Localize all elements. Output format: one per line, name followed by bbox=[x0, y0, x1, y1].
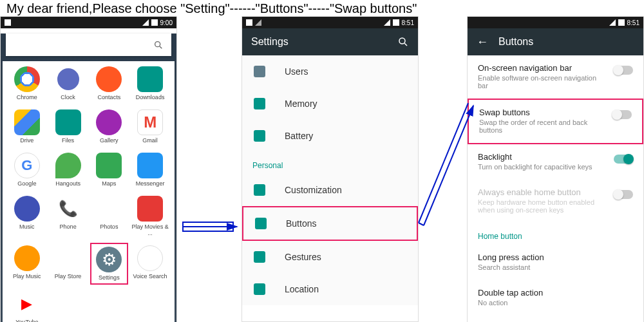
arrow-1 bbox=[180, 216, 245, 242]
settings-item-memory[interactable]: Memory bbox=[242, 88, 418, 120]
app-google[interactable]: Google bbox=[8, 150, 46, 189]
downloads-icon bbox=[137, 66, 163, 92]
svg-line-6 bbox=[424, 106, 473, 225]
app-label: Chrome bbox=[17, 94, 37, 100]
app-label: Play Movies & ... bbox=[131, 223, 169, 236]
play-store-icon bbox=[55, 245, 81, 271]
item-label: Customization bbox=[285, 185, 342, 195]
search-icon[interactable] bbox=[397, 36, 409, 48]
toggle-on-screen-navigation-bar[interactable]: On-screen navigation barEnable software … bbox=[468, 55, 643, 99]
action-sub: Search assistant bbox=[478, 263, 627, 271]
svg-line-8 bbox=[419, 223, 424, 225]
app-play-music[interactable]: Play Music bbox=[8, 243, 46, 285]
settings-item-gestures[interactable]: Gestures bbox=[242, 241, 418, 273]
toggle-switch[interactable] bbox=[612, 110, 632, 119]
toggle-title: On-screen navigation bar bbox=[478, 63, 607, 73]
instruction-text: My dear friend,Please choose "Setting"--… bbox=[6, 1, 417, 16]
item-icon bbox=[254, 216, 268, 231]
app-chrome[interactable]: Chrome bbox=[8, 64, 46, 103]
toggle-sub: Turn on backlight for capacitive keys bbox=[478, 163, 607, 171]
toggle-sub: Enable software on-screen navigation bar bbox=[478, 74, 607, 90]
toggle-swap-buttons[interactable]: Swap buttonsSwap the order of recent and… bbox=[468, 99, 643, 144]
app-youtube[interactable]: YouTube bbox=[8, 289, 46, 322]
app-play-store[interactable]: Play Store bbox=[49, 243, 88, 285]
app-files[interactable]: Files bbox=[49, 107, 88, 146]
wifi-icon bbox=[255, 19, 261, 26]
action-title: Long press action bbox=[478, 252, 627, 262]
toggle-switch bbox=[614, 190, 633, 199]
notification-icon bbox=[5, 19, 11, 26]
app-settings[interactable]: Settings bbox=[90, 243, 129, 285]
search-bar[interactable] bbox=[6, 33, 171, 56]
settings-item-location[interactable]: Location bbox=[242, 273, 418, 305]
settings-item-users[interactable]: Users bbox=[242, 55, 418, 88]
youtube-icon bbox=[14, 291, 40, 317]
toggle-switch[interactable] bbox=[614, 155, 633, 164]
app-voice-search[interactable]: Voice Search bbox=[131, 243, 169, 285]
app-label: Drive bbox=[20, 137, 33, 144]
action-double-tap-action[interactable]: Double tap actionNo action bbox=[468, 280, 643, 316]
app-label: Music bbox=[19, 223, 35, 230]
app-play-movies-[interactable]: Play Movies & ... bbox=[131, 193, 169, 239]
notification-icon bbox=[246, 19, 252, 26]
contacts-icon bbox=[96, 66, 122, 92]
battery-icon bbox=[618, 19, 625, 26]
drive-icon bbox=[14, 109, 40, 135]
app-label: Settings bbox=[99, 274, 120, 281]
toggle-switch[interactable] bbox=[614, 66, 633, 75]
hangouts-icon bbox=[55, 153, 81, 178]
svg-point-2 bbox=[399, 38, 405, 44]
gmail-icon bbox=[137, 109, 163, 135]
app-label: Photos bbox=[100, 223, 118, 230]
app-messenger[interactable]: Messenger bbox=[131, 150, 169, 189]
app-photos[interactable]: Photos bbox=[90, 193, 129, 239]
settings-header: Settings bbox=[242, 28, 418, 55]
app-label: Downloads bbox=[136, 94, 165, 100]
app-gmail[interactable]: Gmail bbox=[131, 107, 169, 146]
item-label: Battery bbox=[285, 131, 313, 141]
app-maps[interactable]: Maps bbox=[90, 150, 129, 189]
toggle-sub: Swap the order of recent and back button… bbox=[479, 118, 606, 134]
settings-list: UsersMemoryBatteryPersonalCustomizationB… bbox=[242, 55, 418, 305]
app-downloads[interactable]: Downloads bbox=[131, 64, 169, 103]
item-icon bbox=[252, 129, 267, 143]
phone-buttons: 8:51 ← Buttons On-screen navigation barE… bbox=[467, 16, 644, 322]
settings-title: Settings bbox=[251, 36, 289, 48]
section-recents-button: Recents button bbox=[468, 316, 643, 322]
settings-item-battery[interactable]: Battery bbox=[242, 120, 418, 152]
search-icon bbox=[153, 40, 164, 50]
phone-appdrawer: 9:00 ChromeClockContactsDownloadsDriveFi… bbox=[0, 16, 177, 322]
item-label: Users bbox=[285, 66, 308, 77]
app-drive[interactable]: Drive bbox=[8, 107, 46, 146]
buttons-title: Buttons bbox=[498, 36, 533, 48]
settings-item-customization[interactable]: Customization bbox=[242, 174, 418, 206]
app-gallery[interactable]: Gallery bbox=[90, 107, 129, 146]
action-long-press-action[interactable]: Long press actionSearch assistant bbox=[468, 245, 643, 280]
battery-icon bbox=[393, 19, 399, 26]
back-icon[interactable]: ← bbox=[477, 35, 488, 49]
signal-icon bbox=[142, 19, 149, 26]
phone-icon bbox=[55, 196, 81, 222]
item-label: Buttons bbox=[286, 218, 316, 229]
app-music[interactable]: Music bbox=[8, 193, 46, 239]
svg-point-0 bbox=[155, 41, 160, 46]
app-phone[interactable]: Phone bbox=[49, 193, 88, 239]
app-clock[interactable]: Clock bbox=[49, 64, 88, 103]
files-icon bbox=[55, 109, 81, 135]
settings-item-buttons[interactable]: Buttons bbox=[242, 206, 418, 241]
google-icon bbox=[14, 153, 40, 178]
action-title: Double tap action bbox=[478, 288, 627, 298]
section-personal: Personal bbox=[242, 152, 418, 174]
app-label: Gallery bbox=[100, 137, 118, 144]
statusbar: 8:51 bbox=[468, 17, 643, 28]
app-contacts[interactable]: Contacts bbox=[90, 64, 129, 103]
item-icon bbox=[252, 282, 267, 296]
toggle-title: Always enable home button bbox=[478, 187, 607, 197]
toggle-backlight[interactable]: BacklightTurn on backlight for capacitiv… bbox=[468, 144, 643, 180]
item-label: Memory bbox=[285, 99, 317, 109]
clock: 8:51 bbox=[627, 19, 639, 26]
app-label: Google bbox=[17, 180, 36, 187]
svg-line-3 bbox=[404, 43, 407, 46]
statusbar: 8:51 bbox=[242, 17, 418, 28]
app-hangouts[interactable]: Hangouts bbox=[49, 150, 88, 189]
